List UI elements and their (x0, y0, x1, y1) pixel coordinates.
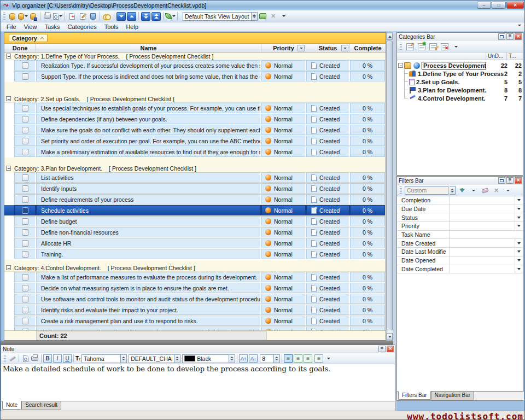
delete-task-icon[interactable] (88, 11, 98, 21)
note-save-icon[interactable] (8, 354, 17, 363)
column-header-priority[interactable]: Priority (261, 44, 306, 52)
task-row[interactable]: Define non-financial resourcesNormalCrea… (4, 227, 386, 237)
tab-filters-bar[interactable]: Filters Bar (398, 391, 431, 400)
close-button[interactable]: ✕ (506, 2, 524, 9)
categories-pin-icon[interactable] (506, 33, 514, 40)
save-layout-icon[interactable] (258, 11, 268, 21)
task-row[interactable]: Identify risks and evaluate their impact… (4, 305, 386, 315)
filter-dropdown-icon[interactable] (515, 213, 523, 221)
align-right-icon[interactable]: ≡ (304, 354, 312, 363)
task-checkbox[interactable] (22, 274, 28, 281)
filter-value-field[interactable] (450, 222, 515, 230)
task-row[interactable]: Define budgetNormalCreated0 % (4, 216, 386, 226)
task-row[interactable]: Identify InputsNormalCreated0 % (4, 183, 386, 194)
edit-category-icon[interactable] (428, 42, 438, 51)
column-header-status[interactable]: Status (306, 44, 350, 52)
tab-navigation-bar[interactable]: Navigation Bar (431, 392, 475, 400)
print-icon[interactable] (42, 11, 52, 21)
filter-value-field[interactable] (450, 196, 515, 205)
note-print-icon[interactable] (30, 354, 39, 363)
layout-combo[interactable]: Default Task View Layout (183, 12, 252, 21)
filter-value-field[interactable] (450, 231, 523, 239)
scroll-up-icon[interactable] (387, 33, 393, 40)
task-checkbox[interactable] (22, 196, 28, 203)
edit-task-icon[interactable] (77, 11, 88, 21)
filter-dropdown-icon[interactable] (515, 239, 523, 247)
task-row[interactable]: Allocate HRNormalCreated0 % (4, 238, 386, 248)
horizontal-splitter[interactable] (1, 341, 395, 345)
collapse-group-icon[interactable] (6, 265, 11, 270)
grid-vertical-scrollbar[interactable] (386, 32, 393, 341)
category-group-header[interactable]: Category: 1.Define Type of Your Process.… (4, 52, 386, 60)
task-checkbox[interactable] (22, 105, 28, 112)
priority-filter-dropdown[interactable] (298, 45, 305, 51)
menu-view[interactable]: View (20, 23, 41, 31)
filter-preset-spinner[interactable] (450, 186, 456, 195)
menu-categories[interactable]: Categories (64, 23, 101, 31)
note-preview-icon[interactable] (21, 354, 30, 363)
save-database-icon[interactable] (28, 11, 38, 21)
collapse-tree-icon[interactable] (398, 63, 403, 68)
color-combo[interactable]: Black (182, 354, 229, 363)
filter-value-field[interactable] (450, 213, 515, 221)
delete-category-icon[interactable]: ✕ (439, 42, 450, 51)
scroll-down-icon[interactable] (387, 333, 393, 340)
color-combo-spinner[interactable] (229, 354, 235, 363)
new-task-icon[interactable]: + (67, 11, 77, 21)
shrink-font-icon[interactable]: A↓ (249, 354, 258, 363)
categories-toolbar-options-icon[interactable] (451, 42, 461, 51)
filter-dropdown-icon[interactable] (515, 205, 523, 213)
font-combo-spinner[interactable] (121, 354, 127, 363)
task-row[interactable]: Define dependencies (if any) between you… (4, 114, 386, 124)
move-up-icon[interactable] (126, 11, 137, 21)
collapse-group-icon[interactable] (6, 96, 11, 101)
italic-icon[interactable]: I (53, 354, 62, 363)
task-checkbox[interactable] (22, 174, 28, 181)
task-checkbox[interactable] (22, 218, 28, 225)
grow-font-icon[interactable]: A↑ (239, 354, 248, 363)
filter-value-field[interactable] (450, 205, 515, 213)
charset-combo[interactable]: DEFAULT_CHAR (129, 354, 174, 363)
task-row[interactable]: Make a preliminary estimation of availab… (4, 147, 386, 157)
filter-dropdown-icon[interactable] (515, 248, 523, 256)
font-size-spinner[interactable] (274, 354, 280, 363)
task-row[interactable]: Create a risk management plan and use it… (4, 316, 386, 326)
filter-dropdown-icon[interactable] (515, 196, 523, 205)
note-toolbar-options-icon[interactable] (323, 354, 334, 364)
column-header-complete[interactable]: Complete (350, 44, 386, 52)
move-to-top-icon[interactable] (151, 11, 161, 21)
task-checkbox[interactable] (22, 138, 28, 144)
task-checkbox[interactable] (22, 73, 28, 80)
task-checkbox[interactable] (22, 285, 28, 291)
tab-note[interactable]: Note (2, 401, 21, 410)
view-notes-icon[interactable] (102, 11, 112, 21)
filters-toolbar-options-icon[interactable] (503, 185, 513, 195)
task-checkbox[interactable] (22, 307, 28, 313)
filters-maximize-icon[interactable] (498, 177, 505, 184)
bullet-list-icon[interactable]: ≡ (314, 354, 323, 363)
filter-dropdown-icon[interactable] (515, 256, 523, 265)
task-row[interactable]: Support Type. If the process is indirect… (4, 71, 386, 81)
task-row[interactable]: Schedule activitiesNormalCreated0 % (4, 205, 386, 215)
open-database-icon[interactable] (7, 11, 18, 21)
filters-pin-icon[interactable] (506, 177, 514, 184)
filter-dropdown-icon[interactable] (515, 222, 523, 230)
menubar-overflow-icon[interactable] (518, 25, 521, 26)
tab-search-result[interactable]: Search result (21, 401, 61, 410)
column-header-done[interactable]: Done (4, 44, 36, 52)
status-filter-dropdown[interactable] (341, 45, 348, 51)
task-checkbox[interactable] (22, 318, 28, 324)
tree-root-row[interactable]: Process Development Checklist2222 (397, 61, 523, 69)
menu-file[interactable]: File (3, 23, 20, 31)
move-down-icon[interactable] (116, 11, 126, 21)
apply-filter-icon[interactable] (457, 185, 467, 195)
column-header-total[interactable]: T... (506, 52, 523, 60)
tree-item[interactable]: 3.Plan for Development.88 (397, 86, 523, 94)
filters-close-icon[interactable]: ✕ (515, 177, 522, 184)
filter-value-field[interactable] (450, 265, 515, 273)
task-row[interactable]: Make a list of performance measures to e… (4, 272, 386, 282)
task-row[interactable]: Realization Type. If successful developm… (4, 60, 386, 71)
task-checkbox[interactable] (22, 185, 28, 192)
note-text[interactable]: Make a detailed schedule of work to be d… (1, 364, 395, 401)
categories-close-icon[interactable]: ✕ (515, 33, 522, 40)
